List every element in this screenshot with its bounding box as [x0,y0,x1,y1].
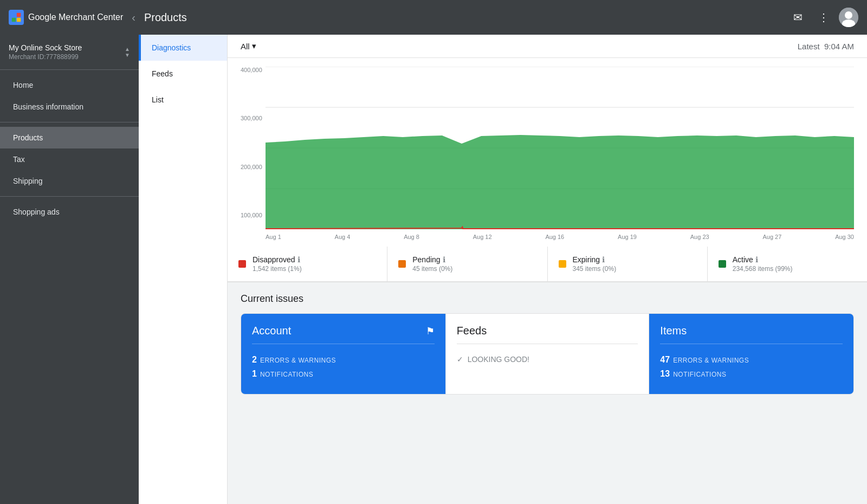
sidebar-item-home[interactable]: Home [0,74,139,96]
status-card-disapproved[interactable]: Disapproved ℹ 1,542 items (1%) [228,247,387,281]
avatar[interactable] [839,8,858,27]
feeds-card-header: Feeds [446,314,649,344]
disapproved-name: Disapproved ℹ [253,255,302,264]
items-notifications-row: 13 NOTIFICATIONS [660,369,843,379]
chart-filter-label: All [241,42,250,51]
chart-area: 400,000 300,000 200,000 100,000 [228,58,867,247]
x-label-aug16: Aug 16 [545,234,564,240]
chart-svg [266,67,854,229]
issue-card-items[interactable]: Items 47 ERRORS & WARNINGS 13 NOTIFICATI… [649,314,853,394]
items-errors-label: ERRORS & WARNINGS [673,357,749,364]
mid-nav-diagnostics[interactable]: Diagnostics [139,35,227,61]
chart-container: All ▾ Latest 9:04 AM 400,000 300,000 200… [228,35,867,282]
sidebar-item-products[interactable]: Products [0,127,139,148]
sidebar-item-tax[interactable]: Tax [0,148,139,170]
svg-rect-1 [17,13,21,17]
mid-nav-list[interactable]: List [139,87,227,113]
svg-marker-12 [266,135,854,229]
mid-nav: Diagnostics Feeds List [139,35,228,504]
x-label-aug1: Aug 1 [266,234,281,240]
pending-count: 45 items (0%) [412,265,452,273]
sidebar: My Online Sock Store Merchant ID:7778889… [0,35,139,504]
mid-nav-feeds[interactable]: Feeds [139,61,227,87]
expiring-info: Expiring ℹ 345 items (0%) [573,255,617,273]
chart-latest-time: 9:04 AM [824,42,854,51]
x-label-aug12: Aug 12 [473,234,492,240]
x-label-aug8: Aug 8 [404,234,419,240]
account-errors-count: 2 [252,355,257,365]
expiring-count: 345 items (0%) [573,265,617,273]
feeds-card-title: Feeds [457,325,487,337]
issues-section: Current issues Account ⚑ 2 ERRORS & WARN… [228,282,867,405]
y-label-300k: 300,000 [241,115,262,121]
disapproved-info: Disapproved ℹ 1,542 items (1%) [253,255,302,273]
disapproved-count: 1,542 items (1%) [253,265,302,273]
layout: My Online Sock Store Merchant ID:7778889… [0,35,867,504]
sidebar-divider-2 [0,196,139,197]
sidebar-account: My Online Sock Store Merchant ID:7778889… [0,35,139,70]
status-cards: Disapproved ℹ 1,542 items (1%) Pending ℹ… [228,247,867,282]
items-errors-row: 47 ERRORS & WARNINGS [660,355,843,365]
disapproved-info-icon: ℹ [297,255,300,264]
svg-rect-0 [12,13,16,17]
pending-info: Pending ℹ 45 items (0%) [412,255,452,273]
account-errors-row: 2 ERRORS & WARNINGS [252,355,435,365]
active-count: 234,568 items (99%) [733,265,793,273]
sidebar-divider-1 [0,122,139,122]
looking-good-text: LOOKING GOOD! [468,355,529,364]
check-icon: ✓ [457,355,463,364]
collapse-icon[interactable]: ‹ [132,11,135,24]
issues-grid: Account ⚑ 2 ERRORS & WARNINGS 1 NOTIFICA… [241,313,854,395]
google-logo-icon [9,10,24,25]
items-card-body: 47 ERRORS & WARNINGS 13 NOTIFICATIONS [649,344,853,394]
sidebar-item-business-information[interactable]: Business information [0,96,139,118]
topbar-title: Products [144,11,787,24]
account-errors-label: ERRORS & WARNINGS [260,357,336,364]
main-content: All ▾ Latest 9:04 AM 400,000 300,000 200… [228,35,867,504]
items-card-title: Items [660,325,687,337]
sidebar-item-shopping-ads[interactable]: Shopping ads [0,201,139,223]
expiring-dot [559,260,566,268]
chart-latest: Latest 9:04 AM [798,42,854,51]
more-options-icon[interactable]: ⋮ [813,7,834,28]
x-label-aug23: Aug 23 [690,234,709,240]
issue-card-account[interactable]: Account ⚑ 2 ERRORS & WARNINGS 1 NOTIFICA… [241,314,445,394]
topbar: Google Merchant Center ‹ Products ✉ ⋮ [0,0,867,35]
chart-filter[interactable]: All ▾ [241,41,256,51]
status-card-expiring[interactable]: Expiring ℹ 345 items (0%) [548,247,708,281]
y-label-100k: 100,000 [241,212,262,218]
account-card-header: Account ⚑ [241,314,445,344]
pending-dot [398,260,406,268]
issues-title: Current issues [241,293,854,305]
account-switcher[interactable]: ▲▼ [125,46,130,58]
active-info-icon: ℹ [755,255,758,264]
y-label-200k: 200,000 [241,164,262,170]
expiring-info-icon: ℹ [602,255,605,264]
svg-rect-2 [12,18,16,22]
pending-info-icon: ℹ [443,255,445,264]
mail-icon[interactable]: ✉ [787,7,808,28]
items-card-header: Items [649,314,853,344]
issue-card-feeds[interactable]: Feeds ✓ LOOKING GOOD! [445,314,650,394]
chart-latest-label: Latest [798,42,820,51]
account-notifications-count: 1 [252,369,257,379]
x-label-aug19: Aug 19 [618,234,637,240]
chart-header: All ▾ Latest 9:04 AM [228,35,867,58]
account-notifications-label: NOTIFICATIONS [260,371,313,378]
items-notifications-count: 13 [660,369,670,379]
active-name: Active ℹ [733,255,793,264]
account-name: My Online Sock Store [9,43,82,52]
feeds-looking-good: ✓ LOOKING GOOD! [446,344,649,374]
active-dot [719,260,726,268]
x-label-aug30: Aug 30 [835,234,854,240]
account-card-title: Account [252,325,291,337]
active-info: Active ℹ 234,568 items (99%) [733,255,793,273]
topbar-logo: Google Merchant Center [9,10,123,25]
status-card-active[interactable]: Active ℹ 234,568 items (99%) [708,247,867,281]
y-label-400k: 400,000 [241,67,262,73]
sidebar-nav: Home Business information Products Tax S… [0,70,139,504]
sidebar-item-shipping[interactable]: Shipping [0,170,139,192]
topbar-logo-text: Google Merchant Center [28,12,123,22]
items-errors-count: 47 [660,355,670,365]
status-card-pending[interactable]: Pending ℹ 45 items (0%) [387,247,547,281]
